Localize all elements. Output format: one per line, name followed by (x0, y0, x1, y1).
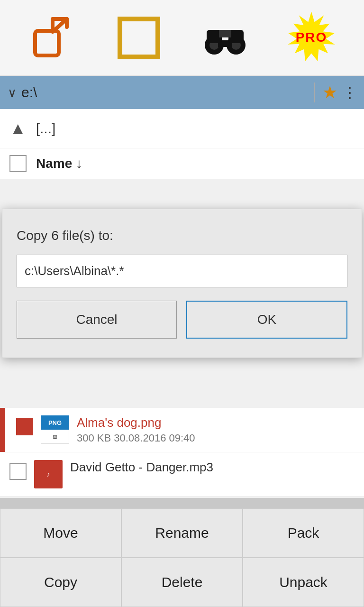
column-header-row: Name ↓ (0, 148, 364, 179)
search-button[interactable] (197, 9, 254, 66)
svg-rect-0 (35, 31, 59, 55)
svg-rect-14 (219, 30, 231, 37)
chevron-down-icon: ∨ (8, 85, 17, 100)
scan-button[interactable] (110, 9, 167, 66)
scan-icon (118, 17, 160, 59)
file-checkbox[interactable] (9, 463, 27, 480)
up-arrow-icon: ▲ (9, 119, 27, 138)
file-checkbox[interactable] (16, 418, 33, 435)
more-icon[interactable]: ⋮ (342, 83, 356, 101)
move-button[interactable]: Move (0, 508, 121, 558)
file-type-icon: PNG 🖼 (41, 415, 69, 444)
pro-label: PRO (296, 30, 328, 45)
current-path: e:\ (21, 84, 37, 101)
action-grid: Move Rename Pack Copy Delete Unpack (0, 508, 364, 607)
dialog-title: Copy 6 file(s) to: (17, 228, 347, 243)
favorite-icon[interactable]: ★ (322, 83, 337, 102)
select-all-checkbox[interactable] (9, 155, 27, 172)
name-column-header: Name ↓ (36, 156, 82, 171)
unpack-button[interactable]: Unpack (243, 558, 364, 607)
file-meta: 300 KB 30.08.2016 09:40 (77, 432, 355, 444)
copy-destination-input[interactable] (17, 255, 347, 287)
cancel-button[interactable]: Cancel (17, 301, 177, 339)
copy-dialog: Copy 6 file(s) to: Cancel OK (0, 209, 364, 358)
file-type-icon: ♪ (34, 460, 63, 488)
binoculars-icon (204, 17, 246, 59)
path-bar: ∨ e:\ ★ ⋮ (0, 76, 364, 109)
share-icon (31, 17, 74, 59)
list-item[interactable]: ♪ David Getto - Danger.mp3 (0, 452, 364, 497)
pack-button[interactable]: Pack (243, 508, 364, 558)
delete-button[interactable]: Delete (121, 558, 243, 607)
share-button[interactable] (24, 9, 81, 66)
path-section[interactable]: ∨ e:\ (0, 84, 314, 101)
svg-line-1 (53, 19, 67, 32)
up-directory-label: [...] (36, 120, 56, 137)
list-item[interactable]: PNG 🖼 Alma's dog.png 300 KB 30.08.2016 0… (0, 408, 364, 452)
file-list: ▲ [...] Name ↓ (0, 109, 364, 179)
toolbar: PRO (0, 0, 364, 76)
rename-button[interactable]: Rename (121, 508, 243, 558)
file-name: Alma's dog.png (77, 415, 355, 430)
ok-button[interactable]: OK (186, 301, 347, 339)
selected-indicator (0, 408, 5, 452)
file-name: David Getto - Danger.mp3 (70, 460, 355, 475)
pro-badge[interactable]: PRO (283, 9, 340, 66)
up-directory-row[interactable]: ▲ [...] (0, 109, 364, 148)
copy-button[interactable]: Copy (0, 558, 121, 607)
